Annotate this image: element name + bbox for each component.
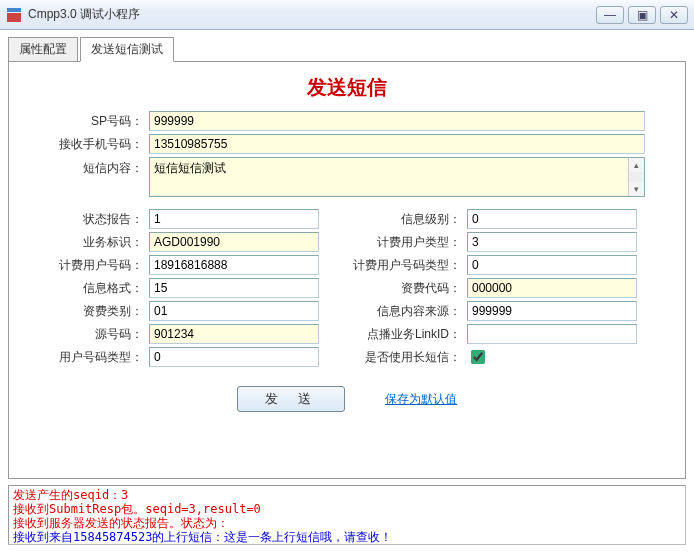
log-line: 接收到服务器发送的状态报告。状态为： (13, 516, 229, 530)
log-output[interactable]: 发送产生的seqid：3 接收到SubmitResp包。seqid=3,resu… (8, 485, 686, 545)
minimize-button[interactable]: — (596, 6, 624, 24)
feeusertype-input[interactable] (467, 232, 637, 252)
label-biz: 业务标识： (19, 234, 149, 251)
linkid-input[interactable] (467, 324, 637, 344)
label-phone: 接收手机号码： (19, 136, 149, 153)
tab-strip: 属性配置 发送短信测试 (8, 37, 686, 62)
infolevel-input[interactable] (467, 209, 637, 229)
svg-rect-1 (7, 13, 21, 22)
label-content: 短信内容： (19, 157, 149, 177)
label-msgfmt: 信息格式： (19, 280, 149, 297)
content-scrollbar[interactable]: ▴ ▾ (628, 158, 644, 196)
infosrc-input[interactable] (467, 301, 637, 321)
uselong-checkbox[interactable] (471, 350, 485, 364)
phone-input[interactable] (149, 134, 645, 154)
biz-input[interactable] (149, 232, 319, 252)
feeuser-input[interactable] (149, 255, 319, 275)
label-feeusertype: 计费用户类型： (347, 234, 467, 251)
tab-config[interactable]: 属性配置 (8, 37, 78, 62)
usernumtype-input[interactable] (149, 347, 319, 367)
feeusernumtype-input[interactable] (467, 255, 637, 275)
status-input[interactable] (149, 209, 319, 229)
label-sp: SP号码： (19, 113, 149, 130)
maximize-button[interactable]: ▣ (628, 6, 656, 24)
content-text: 短信短信测试 (150, 158, 628, 196)
label-infosrc: 信息内容来源： (347, 303, 467, 320)
label-feecode: 资费代码： (347, 280, 467, 297)
label-feetype: 资费类别： (19, 303, 149, 320)
window-title: Cmpp3.0 调试小程序 (28, 6, 592, 23)
scroll-down-icon[interactable]: ▾ (629, 182, 644, 196)
close-button[interactable]: ✕ (660, 6, 688, 24)
label-linkid: 点播业务LinkID： (347, 326, 467, 343)
app-icon (6, 7, 22, 23)
msgfmt-input[interactable] (149, 278, 319, 298)
label-feeuser: 计费用户号码： (19, 257, 149, 274)
svg-rect-0 (7, 8, 21, 12)
sp-input[interactable] (149, 111, 645, 131)
label-usernumtype: 用户号码类型： (19, 349, 149, 366)
scroll-up-icon[interactable]: ▴ (629, 158, 644, 172)
titlebar: Cmpp3.0 调试小程序 — ▣ ✕ (0, 0, 694, 30)
label-feeusernumtype: 计费用户号码类型： (347, 257, 467, 274)
feecode-input[interactable] (467, 278, 637, 298)
label-src: 源号码： (19, 326, 149, 343)
src-input[interactable] (149, 324, 319, 344)
save-default-link[interactable]: 保存为默认值 (385, 391, 457, 408)
send-button[interactable]: 发 送 (237, 386, 345, 412)
log-line: 接收到SubmitResp包。seqid=3,result=0 (13, 502, 261, 516)
log-line: 发送产生的seqid：3 (13, 488, 128, 502)
label-infolevel: 信息级别： (347, 211, 467, 228)
content-textarea[interactable]: 短信短信测试 ▴ ▾ (149, 157, 645, 197)
label-status: 状态报告： (19, 211, 149, 228)
page-title: 发送短信 (19, 74, 675, 101)
label-uselong: 是否使用长短信： (347, 349, 467, 366)
tab-pane-send: 发送短信 SP号码： 接收手机号码： 短信内容： 短信短信测试 ▴ ▾ 状态报告… (8, 61, 686, 479)
tab-send-test[interactable]: 发送短信测试 (80, 37, 174, 62)
log-line: 接收到来自15845874523的上行短信：这是一条上行短信哦，请查收！ (13, 530, 392, 544)
feetype-input[interactable] (149, 301, 319, 321)
